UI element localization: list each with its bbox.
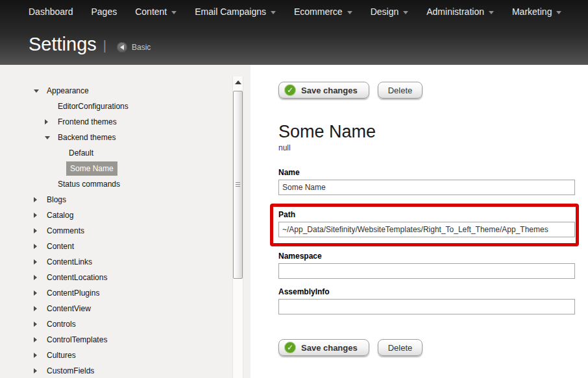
chevron-down-icon [171, 11, 177, 14]
triangle-right-icon [34, 244, 37, 249]
tree-item-label: Content [44, 240, 77, 253]
tree-item-label: Frontend themes [55, 115, 119, 128]
collapsed-arrow-icon[interactable] [34, 368, 44, 373]
tree-item-editorconfigurations[interactable]: EditorConfigurations [0, 99, 221, 114]
tree-item-contentlinks[interactable]: ContentLinks [0, 254, 221, 270]
field-input-assemblyinfo[interactable] [278, 299, 575, 314]
chevron-down-icon [403, 11, 408, 14]
save-changes-button-bottom[interactable]: ✓ Save changes [278, 339, 369, 356]
tree-item-contentplugins[interactable]: ContentPlugins [0, 285, 221, 301]
tree-item-some-name[interactable]: Some Name [0, 161, 221, 176]
field-input-name[interactable] [278, 180, 575, 195]
collapsed-arrow-icon[interactable] [34, 322, 44, 327]
tree-item-default[interactable]: Default [0, 145, 221, 161]
nav-item-marketing[interactable]: Marketing [503, 0, 570, 23]
triangle-down-icon [34, 89, 39, 93]
collapsed-arrow-icon[interactable] [34, 213, 44, 218]
nav-item-ecommerce[interactable]: Ecommerce [285, 0, 361, 23]
collapsed-arrow-icon[interactable] [34, 353, 44, 358]
title-separator: | [103, 38, 106, 53]
tree-item-blogs[interactable]: Blogs [0, 192, 221, 207]
chevron-down-icon [347, 11, 352, 14]
tree-item-controls[interactable]: Controls [0, 316, 221, 332]
nav-item-email-campaigns[interactable]: Email Campaigns [186, 0, 285, 23]
top-navigation: DashboardPagesContentEmail CampaignsEcom… [19, 0, 570, 23]
tree-item-customfields[interactable]: CustomFields [0, 363, 221, 378]
field-label-namespace: Namespace [278, 252, 583, 261]
tree-item-label: Cultures [44, 349, 79, 362]
save-changes-label: Save changes [301, 343, 358, 353]
tree-item-label: ContentView [44, 302, 93, 315]
nav-item-dashboard[interactable]: Dashboard [19, 0, 82, 23]
tree-item-label: Controls [44, 318, 79, 331]
tree-item-appearance[interactable]: Appearance [0, 83, 221, 99]
nav-item-content[interactable]: Content [126, 0, 186, 23]
field-label-name: Name [278, 168, 583, 177]
tree-item-label: CustomFields [44, 364, 97, 377]
nav-item-label: Pages [92, 6, 117, 17]
tree-item-comments[interactable]: Comments [0, 223, 221, 239]
main-content: ✓ Save changes Delete Some Name null Nam… [251, 65, 588, 378]
tree-item-contentview[interactable]: ContentView [0, 301, 221, 316]
scrollbar-up-arrow-icon[interactable] [235, 80, 241, 84]
green-check-icon: ✓ [284, 84, 296, 96]
triangle-right-icon [34, 337, 37, 342]
tree-item-catalog[interactable]: Catalog [0, 207, 221, 223]
tree-item-content[interactable]: Content [0, 239, 221, 254]
item-heading: Some Name [278, 122, 588, 142]
scrollbar-grip-icon [236, 182, 240, 187]
scrollbar-thumb[interactable] [233, 91, 243, 279]
tree-item-label: ContentLocations [44, 271, 110, 284]
collapsed-arrow-icon[interactable] [34, 259, 44, 265]
back-arrow-circle-icon [117, 42, 127, 53]
tree-item-label: ContentLinks [44, 255, 95, 268]
tree-item-contentlocations[interactable]: ContentLocations [0, 270, 221, 285]
expanded-arrow-icon[interactable] [34, 89, 44, 93]
triangle-right-icon [34, 353, 37, 358]
field-label-assemblyinfo: AssemblyInfo [278, 287, 583, 296]
header: DashboardPagesContentEmail CampaignsEcom… [0, 0, 588, 65]
field-input-path[interactable] [278, 222, 575, 237]
tree-item-label: Catalog [44, 209, 76, 222]
collapsed-arrow-icon[interactable] [34, 197, 44, 202]
delete-label: Delete [388, 86, 413, 95]
nav-item-pages[interactable]: Pages [82, 0, 127, 23]
collapsed-arrow-icon[interactable] [34, 337, 44, 342]
basic-mode-toggle[interactable]: Basic [117, 42, 151, 53]
triangle-right-icon [34, 290, 37, 296]
save-changes-button[interactable]: ✓ Save changes [278, 82, 369, 99]
delete-button[interactable]: Delete [378, 82, 423, 99]
collapsed-arrow-icon[interactable] [34, 306, 44, 311]
collapsed-arrow-icon[interactable] [34, 275, 44, 280]
field-group-name: Name [278, 168, 583, 195]
expanded-arrow-icon[interactable] [45, 136, 55, 139]
triangle-right-icon [34, 275, 37, 280]
collapsed-arrow-icon[interactable] [34, 228, 44, 233]
tree-item-label: ContentPlugins [44, 287, 102, 300]
triangle-down-icon [45, 136, 50, 139]
collapsed-arrow-icon[interactable] [45, 119, 55, 124]
tree-item-frontend-themes[interactable]: Frontend themes [0, 114, 221, 130]
chevron-down-icon [556, 11, 561, 14]
collapsed-arrow-icon[interactable] [34, 244, 44, 249]
triangle-right-icon [34, 213, 37, 218]
nav-item-label: Dashboard [29, 6, 73, 17]
nav-item-administration[interactable]: Administration [417, 0, 503, 23]
tree-item-status-commands[interactable]: Status commands [0, 176, 221, 192]
tree-item-label: Status commands [55, 178, 123, 191]
nav-item-design[interactable]: Design [361, 0, 418, 23]
tree-item-label: Comments [44, 224, 87, 237]
tree-item-label: ControlTemplates [44, 333, 110, 346]
tree-item-backend-themes[interactable]: Backend themes [0, 130, 221, 145]
sidebar-scrollbar[interactable] [232, 77, 243, 378]
mode-label: Basic [132, 43, 151, 52]
collapsed-arrow-icon[interactable] [34, 290, 44, 296]
delete-button-bottom[interactable]: Delete [378, 339, 423, 356]
tree-item-controltemplates[interactable]: ControlTemplates [0, 332, 221, 348]
field-input-namespace[interactable] [278, 263, 575, 279]
nav-item-label: Ecommerce [294, 6, 343, 17]
top-toolbar: ✓ Save changes Delete [278, 82, 588, 99]
triangle-right-icon [34, 197, 37, 202]
bottom-toolbar: ✓ Save changes Delete [278, 339, 588, 356]
tree-item-cultures[interactable]: Cultures [0, 348, 221, 363]
